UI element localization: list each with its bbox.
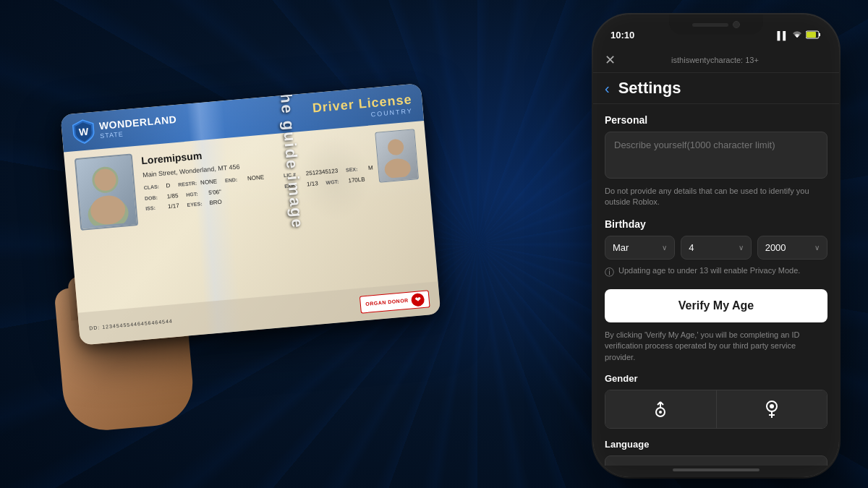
phone-mockup: 10:10 ▌▌ <box>593 14 839 477</box>
organ-donor-badge: ORGAN DONOR ❤ <box>359 289 430 312</box>
battery-icon <box>806 30 822 40</box>
phone-content: Personal Do not provide any details that… <box>593 104 839 466</box>
birthday-row: Mar ∨ 4 ∨ 2000 ∨ <box>605 236 827 260</box>
phone-screen: 10:10 ▌▌ <box>593 14 839 477</box>
home-indicator <box>673 468 760 471</box>
birthday-year-select[interactable]: 2000 ∨ <box>757 236 827 260</box>
birthday-month-select[interactable]: Mar ∨ <box>605 236 675 260</box>
privacy-note: Do not provide any details that can be u… <box>605 186 827 208</box>
svg-point-6 <box>384 157 412 178</box>
chevron-down-icon: ∨ <box>814 244 820 252</box>
organ-donor-icon: ❤ <box>411 292 425 307</box>
verify-age-button[interactable]: Verify My Age <box>605 289 827 322</box>
personal-label: Personal <box>605 114 827 126</box>
birthday-year-value: 2000 <box>765 242 786 253</box>
language-select[interactable]: English ∨ <box>605 455 827 466</box>
wifi-icon <box>791 30 803 40</box>
phone-notch <box>669 14 763 35</box>
chevron-down-icon: ∨ <box>739 244 744 252</box>
app-name: isthiswentycharacte: 13+ <box>671 56 759 64</box>
signal-icon: ▌▌ <box>777 31 788 40</box>
hand-card-wrapper: W WONDERLAND STATE Driver License COUNTR… <box>16 67 461 421</box>
status-icons: ▌▌ <box>777 30 822 40</box>
svg-rect-8 <box>819 33 820 36</box>
birthday-month-value: Mar <box>613 242 629 253</box>
shield-icon: W <box>71 117 96 145</box>
chevron-down-icon: ∨ <box>662 244 667 252</box>
card-photo-small <box>375 129 419 183</box>
id-card: W WONDERLAND STATE Driver License COUNTR… <box>60 83 441 345</box>
back-button[interactable]: ‹ <box>605 80 610 97</box>
svg-rect-9 <box>807 32 816 38</box>
card-bottom: DD: 12345455446456464544 ORGAN DONOR ❤ <box>77 281 441 345</box>
gender-neutral-button[interactable] <box>717 390 827 428</box>
app-header: ✕ isthiswentycharacte: 13+ <box>593 46 839 73</box>
status-time: 10:10 <box>610 30 634 40</box>
svg-point-14 <box>659 411 662 414</box>
card-state-info: WONDERLAND STATE <box>98 114 177 140</box>
card-title-right: Driver License COUNTRY <box>312 91 413 122</box>
gender-row <box>605 390 827 429</box>
card-photo <box>75 153 138 231</box>
svg-point-5 <box>387 138 404 155</box>
birthday-label: Birthday <box>605 218 827 230</box>
svg-point-18 <box>770 404 774 408</box>
describe-textarea[interactable] <box>605 132 827 179</box>
verify-note: By clicking 'Verify My Age,' you will be… <box>605 330 827 363</box>
gender-label: Gender <box>605 373 827 384</box>
card-logo: W WONDERLAND STATE <box>71 110 178 145</box>
id-card-section: W WONDERLAND STATE Driver License COUNTR… <box>0 0 477 488</box>
svg-text:W: W <box>78 125 89 137</box>
birthday-day-value: 4 <box>689 242 694 253</box>
speaker <box>692 23 728 27</box>
card-barcode: DD: 12345455446456464544 <box>89 318 173 330</box>
language-value: English <box>616 465 649 466</box>
page-title: Settings <box>618 79 681 98</box>
close-button[interactable]: ✕ <box>605 52 616 68</box>
phone-outer: 10:10 ▌▌ <box>593 14 839 477</box>
privacy-mode-note: ⓘ Updating age to under 13 will enable P… <box>605 265 827 279</box>
info-icon: ⓘ <box>605 266 614 279</box>
gender-male-button[interactable] <box>605 390 717 428</box>
language-label: Language <box>605 439 827 450</box>
nav-bar: ‹ Settings <box>593 73 839 104</box>
birthday-day-select[interactable]: 4 ∨ <box>681 236 751 260</box>
camera <box>733 21 740 28</box>
